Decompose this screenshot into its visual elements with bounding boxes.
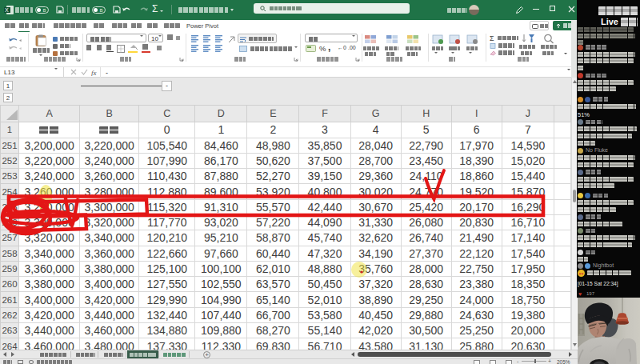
svg-text:fx: fx <box>91 69 97 76</box>
svg-text:X: X <box>5 7 9 13</box>
